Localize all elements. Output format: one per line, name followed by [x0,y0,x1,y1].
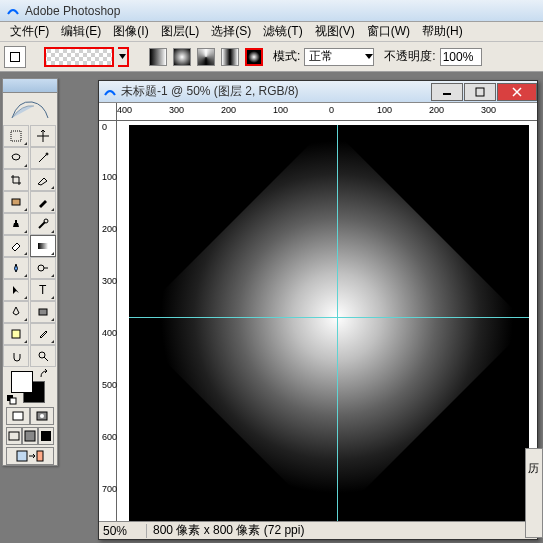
ruler-v-tick: 0 [102,123,107,132]
rectangular-marquee-tool[interactable] [3,125,29,147]
palette-well[interactable]: 历 [525,448,543,538]
rectangle-tool[interactable] [30,301,56,323]
gradient-type-diamond[interactable] [245,48,263,66]
svg-rect-23 [476,88,484,96]
toolbox-titlebar[interactable] [3,79,57,93]
notes-tool[interactable] [3,323,29,345]
opacity-label: 不透明度: [384,48,435,65]
ruler-v-tick: 200 [102,225,117,234]
gradient-type-linear[interactable] [149,48,167,66]
palette-tab-history[interactable]: 历 [526,449,541,455]
ruler-v-tick: 700 [102,485,117,494]
jump-row [3,447,57,465]
gradient-type-angle[interactable] [197,48,215,66]
swap-colors-icon[interactable] [39,369,49,379]
ruler-h-tick: 100 [377,105,392,115]
app-titlebar: Adobe Photoshop [0,0,543,22]
zoom-level[interactable]: 50% [99,524,147,538]
tool-preset-icon[interactable] [4,46,26,68]
screen-fullmenu-icon[interactable] [22,427,38,445]
ruler-h-tick: 200 [221,105,236,115]
screen-standard-icon[interactable] [6,427,22,445]
path-selection-tool[interactable] [3,279,29,301]
magic-wand-tool[interactable] [30,147,56,169]
svg-rect-19 [25,431,35,441]
menu-image[interactable]: 图像(I) [107,23,154,40]
gradient-type-reflected[interactable] [221,48,239,66]
gradient-tool[interactable] [30,235,56,257]
svg-point-17 [40,414,44,418]
gradient-picker-dropdown[interactable] [118,47,129,67]
close-button[interactable] [497,83,537,101]
document-titlebar[interactable]: 未标题-1 @ 50% (图层 2, RGB/8) [99,81,537,103]
app-icon [6,4,20,18]
blur-tool[interactable] [3,257,29,279]
toolbox: T [2,78,58,466]
ruler-corner[interactable] [99,103,117,121]
quickmask-mode-icon[interactable] [30,407,54,425]
foreground-color[interactable] [11,371,33,393]
gradient-type-radial[interactable] [173,48,191,66]
standard-mode-icon[interactable] [6,407,30,425]
default-colors-icon[interactable] [7,395,17,405]
menu-window[interactable]: 窗口(W) [361,23,416,40]
opacity-value: 100% [443,50,474,64]
menu-file[interactable]: 文件(F) [4,23,55,40]
ruler-v-tick: 500 [102,381,117,390]
menu-filter[interactable]: 滤镜(T) [257,23,308,40]
document-statusbar: 50% 800 像素 x 800 像素 (72 ppi) [99,521,537,539]
color-swatches [5,369,55,405]
svg-rect-21 [17,451,27,461]
hand-tool[interactable] [3,345,29,367]
dodge-tool[interactable] [30,257,56,279]
ruler-v-tick: 100 [102,173,117,182]
svg-rect-10 [39,309,47,315]
canvas-area[interactable] [117,121,537,521]
svg-rect-18 [9,432,19,440]
eyedropper-tool[interactable] [30,323,56,345]
document-info[interactable]: 800 像素 x 800 像素 (72 ppi) [147,522,304,539]
history-brush-tool[interactable] [30,213,56,235]
mode-select[interactable]: 正常 [304,48,374,66]
photoshop-logo [3,93,57,125]
guide-vertical[interactable] [337,125,338,521]
pen-tool[interactable] [3,301,29,323]
menu-edit[interactable]: 编辑(E) [55,23,107,40]
healing-brush-tool[interactable] [3,191,29,213]
canvas[interactable] [129,125,529,521]
menu-view[interactable]: 视图(V) [309,23,361,40]
ruler-h-tick: 200 [429,105,444,115]
crop-tool[interactable] [3,169,29,191]
slice-tool[interactable] [30,169,56,191]
menu-help[interactable]: 帮助(H) [416,23,469,40]
svg-text:T: T [39,283,47,297]
menu-select[interactable]: 选择(S) [205,23,257,40]
diamond-gradient [129,125,529,521]
brush-tool[interactable] [30,191,56,213]
zoom-tool[interactable] [30,345,56,367]
guide-horizontal[interactable] [129,317,529,318]
options-bar: 模式: 正常 不透明度: 100% [0,42,543,72]
minimize-button[interactable] [431,83,463,101]
lasso-tool[interactable] [3,147,29,169]
jump-to-imageready-icon[interactable] [6,447,54,465]
ruler-v-tick: 400 [102,329,117,338]
menu-layer[interactable]: 图层(L) [155,23,206,40]
eraser-tool[interactable] [3,235,29,257]
ruler-horizontal[interactable]: 400 300 200 100 0 100 200 300 [117,103,537,121]
maximize-button[interactable] [464,83,496,101]
ruler-vertical[interactable]: 0 100 200 300 400 500 600 700 [99,121,117,521]
svg-point-6 [44,219,48,223]
window-buttons [431,83,537,101]
ruler-h-tick: 0 [329,105,334,115]
move-tool[interactable] [30,125,56,147]
svg-rect-5 [15,220,17,223]
gradient-swatch[interactable] [44,47,114,67]
document-window: 未标题-1 @ 50% (图层 2, RGB/8) 400 300 200 10… [98,80,538,540]
opacity-input[interactable]: 100% [440,48,482,66]
type-tool[interactable]: T [30,279,56,301]
document-title: 未标题-1 @ 50% (图层 2, RGB/8) [121,83,431,100]
screen-full-icon[interactable] [38,427,54,445]
clone-stamp-tool[interactable] [3,213,29,235]
svg-rect-15 [13,412,23,420]
